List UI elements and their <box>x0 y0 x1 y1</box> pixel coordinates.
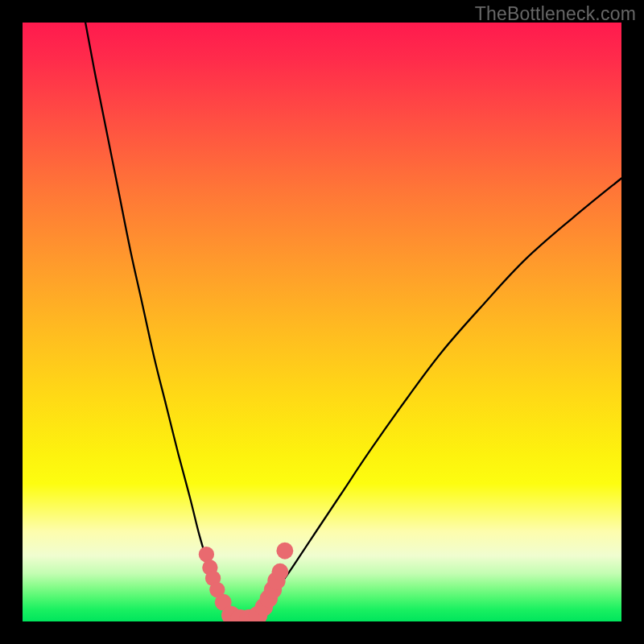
curve-left-curve <box>85 23 240 621</box>
watermark-text: TheBottleneck.com <box>475 3 636 25</box>
highlight-dot <box>276 543 293 559</box>
dots-layer <box>199 543 294 621</box>
curves-svg <box>23 23 621 621</box>
highlight-dot <box>199 547 214 562</box>
chart-frame: TheBottleneck.com <box>0 0 644 644</box>
highlight-dot <box>272 564 289 580</box>
curve-right-curve <box>240 178 621 621</box>
plot-area <box>23 23 621 621</box>
curve-layer <box>85 23 621 621</box>
